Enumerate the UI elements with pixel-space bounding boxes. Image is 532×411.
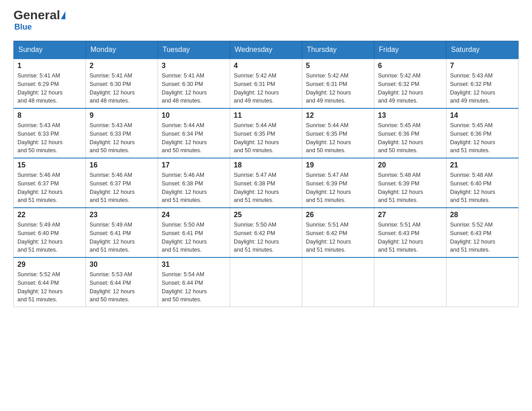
day-number: 12 xyxy=(306,111,370,120)
day-number: 11 xyxy=(234,111,298,120)
calendar-cell: 11Sunrise: 5:44 AMSunset: 6:35 PMDayligh… xyxy=(230,108,302,158)
day-number: 19 xyxy=(306,161,370,169)
calendar-cell: 9Sunrise: 5:43 AMSunset: 6:33 PMDaylight… xyxy=(86,108,158,158)
day-info: Sunrise: 5:44 AMSunset: 6:35 PMDaylight:… xyxy=(306,121,370,155)
weekday-header-saturday: Saturday xyxy=(446,41,519,59)
day-number: 24 xyxy=(162,211,226,219)
day-number: 10 xyxy=(162,111,226,120)
day-number: 27 xyxy=(378,211,442,219)
week-row-5: 29Sunrise: 5:52 AMSunset: 6:44 PMDayligh… xyxy=(14,257,519,307)
calendar-cell: 21Sunrise: 5:48 AMSunset: 6:40 PMDayligh… xyxy=(446,158,519,208)
calendar-cell: 18Sunrise: 5:47 AMSunset: 6:38 PMDayligh… xyxy=(230,158,302,208)
weekday-header-wednesday: Wednesday xyxy=(230,41,302,59)
logo: General Blue xyxy=(13,9,65,32)
day-number: 18 xyxy=(234,161,298,169)
calendar-cell: 23Sunrise: 5:49 AMSunset: 6:41 PMDayligh… xyxy=(86,208,158,257)
logo-general: General xyxy=(13,9,60,21)
calendar-cell: 2Sunrise: 5:41 AMSunset: 6:30 PMDaylight… xyxy=(86,59,158,108)
day-number: 16 xyxy=(90,161,154,169)
calendar-cell: 29Sunrise: 5:52 AMSunset: 6:44 PMDayligh… xyxy=(14,257,86,307)
calendar-cell: 14Sunrise: 5:45 AMSunset: 6:36 PMDayligh… xyxy=(446,108,519,158)
page: General Blue SundayMondayTuesdayWednesda… xyxy=(0,0,532,316)
day-info: Sunrise: 5:52 AMSunset: 6:43 PMDaylight:… xyxy=(450,221,515,254)
day-info: Sunrise: 5:52 AMSunset: 6:44 PMDaylight:… xyxy=(17,270,82,304)
day-number: 3 xyxy=(162,62,226,70)
calendar-cell: 19Sunrise: 5:47 AMSunset: 6:39 PMDayligh… xyxy=(302,158,374,208)
calendar-cell: 5Sunrise: 5:42 AMSunset: 6:31 PMDaylight… xyxy=(302,59,374,108)
calendar-cell: 20Sunrise: 5:48 AMSunset: 6:39 PMDayligh… xyxy=(374,158,446,208)
week-row-4: 22Sunrise: 5:49 AMSunset: 6:40 PMDayligh… xyxy=(14,208,519,257)
day-info: Sunrise: 5:46 AMSunset: 6:38 PMDaylight:… xyxy=(162,171,226,205)
calendar-cell: 3Sunrise: 5:41 AMSunset: 6:30 PMDaylight… xyxy=(158,59,230,108)
logo-subtitle: Blue xyxy=(14,22,32,32)
day-info: Sunrise: 5:43 AMSunset: 6:33 PMDaylight:… xyxy=(90,121,154,155)
day-info: Sunrise: 5:45 AMSunset: 6:36 PMDaylight:… xyxy=(450,121,515,155)
calendar-cell: 10Sunrise: 5:44 AMSunset: 6:34 PMDayligh… xyxy=(158,108,230,158)
day-info: Sunrise: 5:45 AMSunset: 6:36 PMDaylight:… xyxy=(378,121,442,155)
day-number: 1 xyxy=(17,62,82,70)
day-info: Sunrise: 5:42 AMSunset: 6:32 PMDaylight:… xyxy=(378,72,442,105)
week-row-3: 15Sunrise: 5:46 AMSunset: 6:37 PMDayligh… xyxy=(14,158,519,208)
calendar-cell: 17Sunrise: 5:46 AMSunset: 6:38 PMDayligh… xyxy=(158,158,230,208)
week-row-1: 1Sunrise: 5:41 AMSunset: 6:29 PMDaylight… xyxy=(14,59,519,108)
day-number: 2 xyxy=(90,62,154,70)
calendar-cell: 26Sunrise: 5:51 AMSunset: 6:42 PMDayligh… xyxy=(302,208,374,257)
calendar-cell: 7Sunrise: 5:43 AMSunset: 6:32 PMDaylight… xyxy=(446,59,519,108)
day-info: Sunrise: 5:50 AMSunset: 6:42 PMDaylight:… xyxy=(234,221,298,254)
day-number: 20 xyxy=(378,161,442,169)
day-number: 15 xyxy=(17,161,82,169)
day-info: Sunrise: 5:42 AMSunset: 6:31 PMDaylight:… xyxy=(306,72,370,105)
logo-triangle-icon xyxy=(61,11,65,19)
day-number: 30 xyxy=(90,261,154,269)
calendar-cell xyxy=(302,257,374,307)
calendar-cell: 22Sunrise: 5:49 AMSunset: 6:40 PMDayligh… xyxy=(14,208,86,257)
day-number: 23 xyxy=(90,211,154,219)
day-info: Sunrise: 5:43 AMSunset: 6:32 PMDaylight:… xyxy=(450,72,515,105)
day-number: 25 xyxy=(234,211,298,219)
day-info: Sunrise: 5:46 AMSunset: 6:37 PMDaylight:… xyxy=(17,171,82,205)
weekday-header-sunday: Sunday xyxy=(14,41,86,59)
calendar-cell: 27Sunrise: 5:51 AMSunset: 6:43 PMDayligh… xyxy=(374,208,446,257)
day-number: 5 xyxy=(306,62,370,70)
day-number: 7 xyxy=(450,62,515,70)
day-info: Sunrise: 5:42 AMSunset: 6:31 PMDaylight:… xyxy=(234,72,298,105)
calendar-cell: 6Sunrise: 5:42 AMSunset: 6:32 PMDaylight… xyxy=(374,59,446,108)
day-info: Sunrise: 5:50 AMSunset: 6:41 PMDaylight:… xyxy=(162,221,226,254)
day-info: Sunrise: 5:41 AMSunset: 6:29 PMDaylight:… xyxy=(17,72,82,105)
day-number: 21 xyxy=(450,161,515,169)
day-number: 4 xyxy=(234,62,298,70)
weekday-header-tuesday: Tuesday xyxy=(158,41,230,59)
calendar-cell: 1Sunrise: 5:41 AMSunset: 6:29 PMDaylight… xyxy=(14,59,86,108)
calendar-cell: 13Sunrise: 5:45 AMSunset: 6:36 PMDayligh… xyxy=(374,108,446,158)
week-row-2: 8Sunrise: 5:43 AMSunset: 6:33 PMDaylight… xyxy=(14,108,519,158)
calendar-cell: 24Sunrise: 5:50 AMSunset: 6:41 PMDayligh… xyxy=(158,208,230,257)
day-info: Sunrise: 5:53 AMSunset: 6:44 PMDaylight:… xyxy=(90,270,154,304)
day-number: 17 xyxy=(162,161,226,169)
calendar-cell: 15Sunrise: 5:46 AMSunset: 6:37 PMDayligh… xyxy=(14,158,86,208)
calendar-cell: 31Sunrise: 5:54 AMSunset: 6:44 PMDayligh… xyxy=(158,257,230,307)
day-number: 31 xyxy=(162,261,226,269)
day-info: Sunrise: 5:48 AMSunset: 6:40 PMDaylight:… xyxy=(450,171,515,205)
day-info: Sunrise: 5:44 AMSunset: 6:34 PMDaylight:… xyxy=(162,121,226,155)
day-info: Sunrise: 5:47 AMSunset: 6:38 PMDaylight:… xyxy=(234,171,298,205)
day-number: 14 xyxy=(450,111,515,120)
day-number: 9 xyxy=(90,111,154,120)
day-info: Sunrise: 5:49 AMSunset: 6:41 PMDaylight:… xyxy=(90,221,154,254)
calendar-cell: 8Sunrise: 5:43 AMSunset: 6:33 PMDaylight… xyxy=(14,108,86,158)
weekday-header-monday: Monday xyxy=(86,41,158,59)
day-number: 22 xyxy=(17,211,82,219)
day-info: Sunrise: 5:46 AMSunset: 6:37 PMDaylight:… xyxy=(90,171,154,205)
logo-text: General xyxy=(13,9,65,21)
day-info: Sunrise: 5:48 AMSunset: 6:39 PMDaylight:… xyxy=(378,171,442,205)
weekday-header-thursday: Thursday xyxy=(302,41,374,59)
header: General Blue xyxy=(13,9,519,32)
day-number: 13 xyxy=(378,111,442,120)
day-info: Sunrise: 5:41 AMSunset: 6:30 PMDaylight:… xyxy=(90,72,154,105)
day-info: Sunrise: 5:44 AMSunset: 6:35 PMDaylight:… xyxy=(234,121,298,155)
day-info: Sunrise: 5:49 AMSunset: 6:40 PMDaylight:… xyxy=(17,221,82,254)
calendar-cell xyxy=(374,257,446,307)
day-info: Sunrise: 5:43 AMSunset: 6:33 PMDaylight:… xyxy=(17,121,82,155)
day-number: 28 xyxy=(450,211,515,219)
calendar-cell xyxy=(230,257,302,307)
weekday-header-friday: Friday xyxy=(374,41,446,59)
